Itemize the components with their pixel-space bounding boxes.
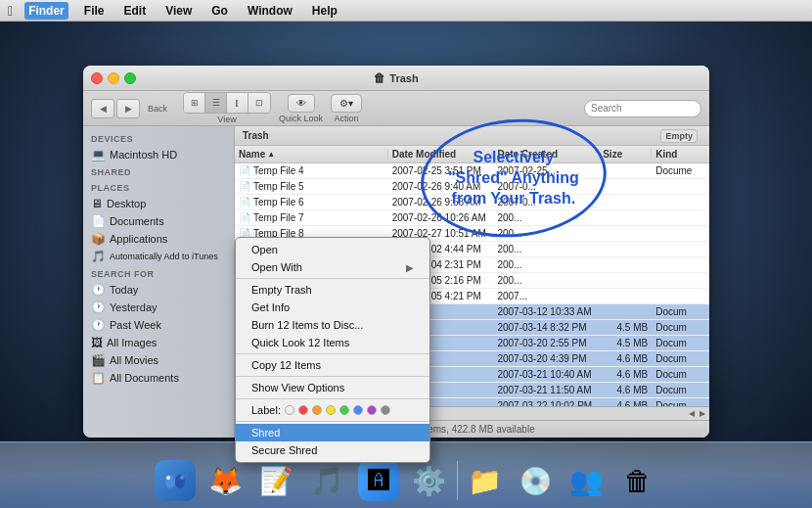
sidebar-allmovies[interactable]: 🎬 All Movies (83, 351, 234, 369)
today-icon: 🕐 (91, 283, 106, 297)
col-size-header[interactable]: Size (599, 149, 652, 160)
apple-menu[interactable]:  (8, 3, 13, 19)
action-button[interactable]: ⚙▾ (331, 94, 362, 113)
view-section: ⊞ ☰ ⫿ ⊡ View (183, 92, 271, 124)
label-color-dot[interactable] (367, 405, 377, 415)
finder-dock-icon (155, 460, 196, 501)
menu-go[interactable]: Go (207, 2, 232, 20)
dock-firefox[interactable]: 🦊 (203, 457, 249, 504)
quicklook-label: Quick Look (279, 115, 323, 123)
col-kind-header[interactable]: Kind (652, 149, 709, 160)
svg-point-3 (166, 476, 170, 480)
icon-view-btn[interactable]: ⊞ (184, 93, 205, 113)
label-color-dot[interactable] (312, 405, 322, 415)
file-kind: Docum (652, 338, 709, 348)
menu-window[interactable]: Window (244, 2, 296, 20)
context-shred[interactable]: Shred (236, 424, 429, 441)
scroll-left[interactable]: ◀ (687, 409, 697, 418)
menu-finder[interactable]: Finder (24, 2, 68, 20)
column-view-btn[interactable]: ⫿ (227, 93, 248, 113)
shared-header: SHARED (83, 163, 234, 179)
context-label-colors: Label: (236, 401, 429, 419)
context-divider (236, 278, 429, 279)
files1-dock-icon: 📁 (465, 460, 506, 501)
menu-edit[interactable]: Edit (119, 2, 150, 20)
file-kind: Docum (652, 369, 709, 380)
finder-toolbar: ◀ ▶ Back ⊞ ☰ ⫿ ⊡ View 👁 Quick Look ⚙▾ Ac… (83, 91, 709, 126)
file-size: 4.5 MB (599, 338, 652, 348)
sidebar-desktop[interactable]: 🖥 Desktop (83, 195, 234, 212)
context-menu-item[interactable]: Get Info (236, 299, 429, 316)
dock-itunes[interactable]: 🎵 (304, 457, 351, 504)
alldocuments-icon: 📋 (91, 371, 106, 385)
file-name: 📄 Temp File 4 (235, 165, 388, 176)
context-menu-item[interactable]: Open With▶ (236, 258, 429, 276)
list-view-btn[interactable]: ☰ (205, 93, 227, 113)
sidebar-alldocuments[interactable]: 📋 All Documents (83, 369, 234, 387)
sidebar-today[interactable]: 🕐 Today (83, 281, 234, 299)
label-color-dot[interactable] (298, 405, 308, 415)
dock-separator (457, 461, 458, 500)
dock-people[interactable]: 👥 (564, 457, 610, 504)
label-color-dot[interactable] (353, 405, 363, 415)
menu-file[interactable]: File (80, 2, 109, 20)
close-button[interactable] (91, 72, 103, 84)
file-kind: Docum (652, 306, 709, 317)
context-menu-item[interactable]: Show View Options (236, 379, 429, 396)
sidebar-yesterday[interactable]: 🕐 Yesterday (83, 299, 234, 316)
devices-header: DEVICES (83, 130, 234, 146)
dock-files1[interactable]: 📁 (462, 457, 509, 504)
sidebar-pastweek[interactable]: 🕐 Past Week (83, 316, 234, 334)
dock-trash[interactable]: 🗑 (614, 457, 661, 504)
window-buttons (91, 72, 136, 84)
sidebar-itunes-auto[interactable]: 🎵 Automatically Add to iTunes (83, 248, 234, 265)
context-menu-item[interactable]: Copy 12 Items (236, 356, 429, 374)
file-name: 📄 Temp File 6 (235, 197, 388, 208)
label-color-dot[interactable] (285, 405, 294, 415)
action-label: Action (335, 115, 359, 123)
file-size: 4.6 MB (599, 385, 652, 395)
label-color-dot[interactable] (326, 405, 336, 415)
col-name-header[interactable]: Name ▲ (235, 149, 388, 160)
finder-titlebar: 🗑 Trash (83, 66, 709, 91)
menu-view[interactable]: View (161, 2, 196, 20)
scroll-right[interactable]: ▶ (698, 409, 707, 418)
context-menu-item[interactable]: Empty Trash (236, 281, 429, 299)
label-color-dot[interactable] (339, 405, 349, 415)
sidebar-macintosh-hd[interactable]: 💻 Macintosh HD (83, 146, 234, 163)
menu-help[interactable]: Help (308, 2, 341, 20)
file-name: 📄 Temp File 7 (235, 212, 388, 223)
search-input[interactable] (584, 100, 701, 117)
people-dock-icon: 👥 (566, 460, 608, 501)
disc-dock-icon: 💿 (516, 460, 557, 501)
dock-finder[interactable] (152, 457, 199, 504)
context-menu-item[interactable]: Open (236, 241, 429, 258)
forward-button[interactable]: ▶ (116, 99, 140, 118)
file-created: 2007-03-20 2:55 PM (493, 338, 599, 348)
context-menu-item[interactable]: Quick Look 12 Items (236, 334, 429, 351)
applications-icon: 📦 (91, 232, 106, 246)
dock-appstore[interactable]: 🅰 (355, 457, 402, 504)
file-kind: Docum (652, 353, 709, 364)
quicklook-button[interactable]: 👁 (288, 94, 315, 113)
minimize-button[interactable] (108, 72, 119, 84)
label-color-dot[interactable] (381, 405, 390, 415)
context-menu-item[interactable]: Secure Shred (236, 441, 429, 459)
svg-rect-0 (160, 466, 190, 495)
back-button[interactable]: ◀ (91, 99, 114, 118)
dock-systemprefs[interactable]: ⚙️ (406, 457, 453, 504)
file-size: 4.6 MB (599, 353, 652, 364)
sidebar-documents[interactable]: 📄 Documents (83, 212, 234, 230)
file-created: 2007-03-20 4:39 PM (493, 353, 599, 364)
file-kind: Docum (652, 322, 709, 333)
sidebar-allimages[interactable]: 🖼 All Images (83, 334, 234, 351)
coverflow-btn[interactable]: ⊡ (248, 93, 270, 113)
dock-stickies[interactable]: 📝 (253, 457, 300, 504)
dock-disc[interactable]: 💿 (513, 457, 560, 504)
context-menu-item[interactable]: Burn 12 Items to Disc... (236, 316, 429, 334)
window-title: 🗑 Trash (374, 71, 418, 85)
sidebar-applications[interactable]: 📦 Applications (83, 230, 234, 248)
file-size: 4.6 MB (599, 369, 652, 380)
maximize-button[interactable] (124, 72, 136, 84)
file-created: 2007-03-14 8:32 PM (493, 322, 599, 333)
